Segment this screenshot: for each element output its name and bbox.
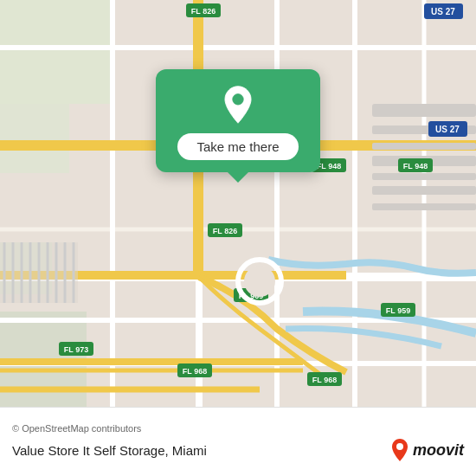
svg-rect-2	[0, 104, 69, 173]
svg-text:FL 968: FL 968	[183, 367, 207, 376]
location-row: Value Store It Self Storage, Miami moovi…	[12, 438, 464, 462]
svg-text:FL 973: FL 973	[64, 345, 88, 354]
svg-point-64	[244, 266, 275, 297]
location-popup: Take me there	[156, 69, 320, 172]
take-me-there-button[interactable]: Take me there	[177, 133, 298, 160]
svg-text:US 27: US 27	[435, 125, 460, 134]
svg-text:FL 826: FL 826	[191, 7, 215, 16]
location-pin-icon	[218, 85, 258, 125]
svg-rect-28	[372, 173, 476, 180]
svg-text:FL 948: FL 948	[403, 162, 428, 170]
moovit-pin-icon	[390, 438, 409, 462]
moovit-brand-text: moovit	[413, 441, 464, 460]
svg-point-66	[396, 443, 403, 450]
location-name: Value Store It Self Storage, Miami	[12, 443, 207, 458]
svg-rect-1	[0, 0, 113, 104]
map-attribution: © OpenStreetMap contributors	[12, 423, 464, 434]
svg-rect-26	[372, 143, 476, 150]
svg-text:FL 826: FL 826	[213, 227, 237, 235]
map-view: US 27 US 27 FL 826 FL 826 FL 948 FL 948 …	[0, 0, 476, 407]
svg-text:FL 948: FL 948	[317, 162, 341, 170]
svg-rect-30	[372, 203, 476, 210]
svg-text:FL 968: FL 968	[312, 376, 337, 384]
svg-text:FL 959: FL 959	[386, 306, 410, 315]
svg-point-65	[233, 94, 243, 105]
svg-rect-24	[372, 104, 476, 117]
bottom-info-bar: © OpenStreetMap contributors Value Store…	[0, 407, 476, 476]
map-background: US 27 US 27 FL 826 FL 826 FL 948 FL 948 …	[0, 0, 476, 407]
moovit-logo: moovit	[390, 438, 464, 462]
svg-rect-29	[372, 186, 476, 195]
svg-text:US 27: US 27	[431, 7, 455, 16]
